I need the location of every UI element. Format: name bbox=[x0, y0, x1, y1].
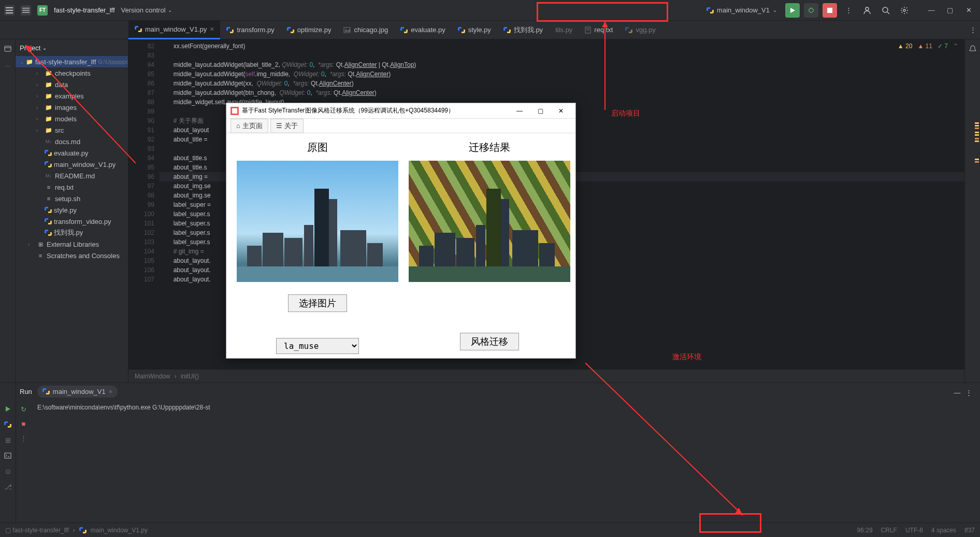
tab-main-window[interactable]: main_window_V1.py× bbox=[128, 21, 220, 39]
tab-vgg[interactable]: vgg.py bbox=[619, 21, 661, 39]
app-close-icon[interactable]: ✕ bbox=[551, 104, 571, 118]
inspection-warnings-b[interactable]: ▲ 11 bbox=[917, 43, 932, 50]
select-image-button[interactable]: 选择图片 bbox=[288, 294, 347, 312]
app-menu-icon[interactable] bbox=[4, 5, 15, 16]
minimize-icon[interactable]: — bbox=[924, 3, 939, 18]
svg-point-11 bbox=[866, 7, 869, 10]
annotation-launch: 启动项目 bbox=[611, 109, 640, 118]
app-tab-about[interactable]: ☰ 关于 bbox=[270, 119, 304, 133]
problems-icon[interactable]: ⊙ bbox=[3, 466, 13, 476]
run-panel-hide[interactable]: — bbox=[950, 385, 964, 400]
tree-item[interactable]: style.py bbox=[16, 204, 128, 216]
svg-point-16 bbox=[345, 29, 347, 30]
stop-icon[interactable]: ■ bbox=[19, 418, 29, 429]
settings-icon[interactable] bbox=[897, 3, 912, 18]
inspection-expand-icon[interactable]: ⌃ bbox=[953, 43, 958, 50]
status-interpreter[interactable]: tf37 bbox=[964, 527, 975, 534]
app-tab-home[interactable]: ⌂ 主页面 bbox=[230, 119, 268, 133]
svg-point-14 bbox=[903, 9, 905, 11]
svg-line-13 bbox=[887, 12, 889, 14]
app-title: 基于Fast StyleTransfer图像风格迁移系统（99远程调试礼包+Q3… bbox=[242, 106, 509, 115]
hamburger-icon[interactable] bbox=[21, 5, 31, 16]
structure-tool-icon[interactable]: ··· bbox=[3, 60, 13, 70]
editor-tabs: main_window_V1.py× transform.py optimize… bbox=[0, 21, 980, 39]
tab-transform[interactable]: transform.py bbox=[220, 21, 280, 39]
run-button[interactable] bbox=[785, 3, 800, 18]
run-tab[interactable]: main_window_V1 × bbox=[37, 386, 118, 398]
svg-rect-3 bbox=[22, 8, 30, 9]
run-tool-icon[interactable] bbox=[3, 404, 13, 414]
inspection-checks[interactable]: ✓ 7 bbox=[938, 43, 948, 50]
svg-point-6 bbox=[809, 8, 813, 12]
run-panel-title: Run bbox=[20, 388, 32, 395]
breadcrumb[interactable]: MainWindow › initUI() bbox=[128, 369, 964, 383]
annotation-arrow-activate bbox=[585, 363, 746, 518]
tree-scratches[interactable]: ≡Scratches and Consoles bbox=[16, 250, 128, 261]
vcs-dropdown[interactable]: Version control ⌄ bbox=[121, 6, 172, 14]
tree-item[interactable]: M↓README.md bbox=[16, 170, 128, 181]
terminal-icon[interactable] bbox=[3, 450, 13, 461]
status-indent[interactable]: 4 spaces bbox=[931, 527, 956, 534]
annotation-activate: 激活环境 bbox=[672, 352, 701, 362]
svg-line-25 bbox=[28, 49, 136, 163]
svg-rect-10 bbox=[827, 8, 832, 13]
annotation-arrow-launch bbox=[600, 22, 610, 110]
project-name: fast-style-transfer_lff bbox=[54, 6, 115, 14]
run-config-selector[interactable]: main_window_V1 ⌄ bbox=[702, 4, 781, 16]
stop-button[interactable] bbox=[823, 3, 837, 18]
project-badge: FT bbox=[37, 5, 48, 16]
style-select[interactable]: la_muse bbox=[276, 338, 359, 354]
inspection-warnings-a[interactable]: ▲ 20 bbox=[898, 43, 913, 50]
status-path1[interactable]: ▢ fast-style-transfer_lff bbox=[5, 527, 69, 534]
account-icon[interactable] bbox=[860, 3, 874, 18]
rerun-icon[interactable]: ↻ bbox=[19, 404, 29, 414]
svg-rect-5 bbox=[22, 12, 30, 13]
tree-item[interactable]: ≡req.txt bbox=[16, 181, 128, 193]
tab-findme[interactable]: 找到我.py bbox=[497, 21, 549, 39]
tree-item[interactable]: 找到我.py bbox=[16, 227, 128, 238]
tab-tils[interactable]: tils.py bbox=[549, 21, 579, 39]
status-cursor[interactable]: 96:29 bbox=[857, 527, 873, 534]
project-tool-icon[interactable] bbox=[3, 44, 13, 54]
console-more-icon[interactable]: ⋮ bbox=[19, 433, 29, 443]
search-icon[interactable] bbox=[878, 3, 893, 18]
svg-rect-21 bbox=[5, 453, 11, 458]
tab-style[interactable]: style.py bbox=[452, 21, 497, 39]
original-title: 原图 bbox=[307, 140, 328, 154]
app-window: 基于Fast StyleTransfer图像风格迁移系统（99远程调试礼包+Q3… bbox=[226, 103, 576, 359]
close-icon[interactable]: ✕ bbox=[961, 3, 976, 18]
original-image bbox=[237, 161, 398, 282]
svg-rect-23 bbox=[232, 108, 237, 114]
tree-item[interactable]: ≡setup.sh bbox=[16, 193, 128, 204]
svg-rect-0 bbox=[6, 7, 13, 8]
transfer-button[interactable]: 风格迁移 bbox=[460, 333, 519, 350]
status-line-sep[interactable]: CRLF bbox=[881, 527, 897, 534]
status-path2[interactable]: main_window_V1.py bbox=[91, 527, 148, 534]
console-output: E:\software\miniconda\envs\tf\python.exe… bbox=[37, 404, 974, 411]
tab-req[interactable]: req.txt bbox=[579, 21, 619, 39]
services-icon[interactable]: ⊞ bbox=[3, 435, 13, 445]
tab-chicago[interactable]: chicago.jpg bbox=[337, 21, 394, 39]
debug-button[interactable] bbox=[804, 3, 818, 18]
svg-rect-4 bbox=[22, 10, 30, 11]
app-minimize-icon[interactable]: — bbox=[509, 104, 530, 118]
tree-item[interactable]: transform_video.py bbox=[16, 216, 128, 227]
vcs-icon[interactable]: ⎇ bbox=[3, 482, 13, 492]
tabs-more-icon[interactable]: ⋮ bbox=[965, 23, 980, 37]
svg-rect-1 bbox=[6, 10, 13, 11]
tree-external-libraries[interactable]: ›⊞External Libraries bbox=[16, 238, 128, 250]
tab-evaluate[interactable]: evaluate.py bbox=[394, 21, 452, 39]
svg-line-26 bbox=[585, 363, 741, 513]
python-console-icon[interactable] bbox=[3, 419, 13, 430]
result-title: 迁移结果 bbox=[469, 140, 510, 154]
notifications-icon[interactable] bbox=[968, 44, 978, 54]
status-encoding[interactable]: UTF-8 bbox=[905, 527, 923, 534]
more-icon[interactable]: ⋮ bbox=[841, 3, 856, 18]
tab-optimize[interactable]: optimize.py bbox=[281, 21, 338, 39]
result-image bbox=[409, 161, 570, 282]
maximize-icon[interactable]: ▢ bbox=[943, 3, 957, 18]
tab-close-icon[interactable]: × bbox=[210, 25, 214, 33]
svg-rect-20 bbox=[5, 46, 11, 51]
app-maximize-icon[interactable]: ▢ bbox=[530, 104, 551, 118]
svg-rect-2 bbox=[6, 12, 13, 13]
